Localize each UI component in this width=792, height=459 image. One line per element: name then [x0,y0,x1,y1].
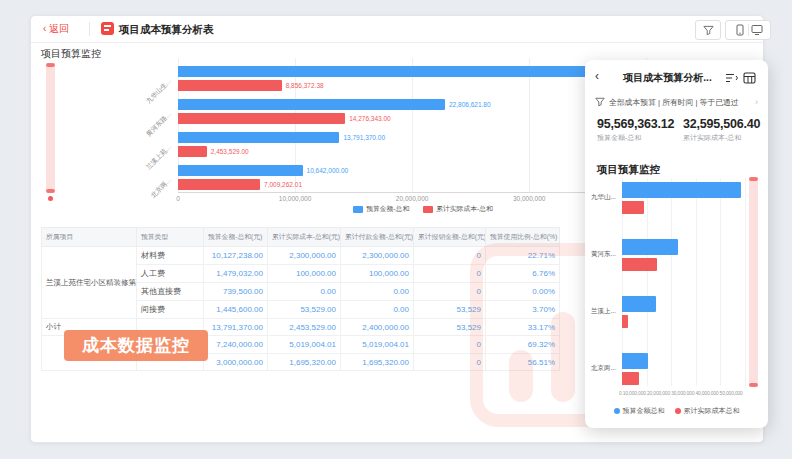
bar-actual[interactable] [178,146,207,157]
brush-handle-top[interactable] [749,177,758,181]
y-axis-brush[interactable] [46,64,55,192]
category-label: 黄河东... [591,250,621,259]
chart-legend: 预算金额总和累计实际成本总和 [585,406,768,416]
value-cell: 0.00 [268,283,341,301]
value-cell: 100,000.00 [341,265,414,283]
value-cell: 0.00 [341,283,414,301]
bar-budget[interactable] [178,99,445,110]
filter-button[interactable] [695,20,721,40]
legend-dot [614,408,620,414]
funnel-icon [703,25,714,36]
mobile-preview-icon[interactable] [732,24,748,36]
gridline [745,178,746,386]
value-cell: 53,529 [414,319,486,336]
bar-actual[interactable] [622,372,639,385]
budget-type-cell: 间接费 [137,301,204,319]
table-header-cell: 累计实际成本-总和(元) [268,228,341,247]
category-label: 九华山... [591,193,621,202]
value-cell: 13,791,370.00 [204,319,268,336]
table-row: 兰溪上苑住宅小区精装修第...材料费10,127,238.002,300,000… [42,247,560,265]
panel-chart: 九华山...黄河东...兰溪上...北京两...0 10,000,000 20,… [585,60,768,428]
brush-handle-top[interactable] [46,63,55,67]
value-cell: 3,000,000.00 [204,354,268,371]
mobile-preview-panel: ‹ 项目成本预算分析... 全部成本预算 | 所有时间 | 等于已通过 › 95… [585,60,768,428]
value-cell: 7,240,000.00 [204,336,268,354]
tour-label: 成本数据监控 [64,330,208,361]
table-header-cell: 预算金额-总和(元) [204,228,268,247]
value-cell: 0 [414,283,486,301]
value-cell: 1,445,600.00 [204,301,268,319]
back-label: 返回 [49,23,69,34]
back-link[interactable]: ‹ 返回 [43,22,69,36]
bar-actual[interactable] [178,113,345,124]
table-header-cell: 所属项目 [42,228,137,247]
value-cell: 0.00% [486,283,560,301]
form-icon [101,22,114,35]
value-cell: 3.70% [486,301,560,319]
value-cell: 100,000.00 [268,265,341,283]
bar-budget[interactable] [622,353,648,369]
category-label: 北京两... [591,364,621,373]
value-cell: 56.51% [486,354,560,371]
legend-item: 累计实际成本总和 [675,406,740,416]
table-header-row: 所属项目预算类型预算金额-总和(元)累计实际成本-总和(元)累计付款金额-总和(… [42,228,560,247]
value-cell: 0.00 [341,301,414,319]
value-cell: 53,529 [414,301,486,319]
budget-type-cell: 材料费 [137,247,204,265]
bar-budget[interactable] [178,165,303,176]
desktop-preview-icon[interactable] [749,24,765,36]
device-toggle-group [725,20,771,40]
value-cell: 22.71% [486,247,560,265]
value-cell: 2,400,000.00 [341,319,414,336]
bar-actual[interactable] [622,258,657,271]
value-cell: 1,479,032.00 [204,265,268,283]
topbar: ‹ 返回 项目成本预算分析表 [31,16,763,43]
value-cell: 2,300,000.00 [268,247,341,265]
value-cell: 53,529.00 [268,301,341,319]
page-title: 项目成本预算分析表 [119,23,214,37]
table-header-cell: 累计付款金额-总和(元) [341,228,414,247]
value-cell: 5,019,004.01 [341,336,414,354]
brush-handle-bottom[interactable] [46,189,55,193]
value-cell: 0 [414,265,486,283]
bar-budget[interactable] [622,182,741,198]
value-cell: 1,695,320.00 [341,354,414,371]
section-title: 项目预算监控 [41,47,101,61]
value-cell: 739,500.00 [204,283,268,301]
project-cell: 兰溪上苑住宅小区精装修第... [42,247,137,319]
value-cell: 2,453,529.00 [268,319,341,336]
bar-actual[interactable] [178,179,260,190]
table-header-cell: 预算使用比例-总和(%) [486,228,560,247]
legend-dot [675,408,681,414]
value-cell: 2,300,000.00 [341,247,414,265]
category-label: 兰溪上... [591,307,621,316]
value-cell: 0 [414,354,486,371]
value-cell: 1,695,320.00 [268,354,341,371]
brush-handle-bottom[interactable] [749,383,758,387]
topbar-divider [89,22,90,36]
y-axis-brush[interactable] [749,178,758,386]
budget-type-cell: 人工费 [137,265,204,283]
bar-budget[interactable] [622,239,678,255]
value-cell: 6.76% [486,265,560,283]
budget-type-cell: 其他直接费 [137,283,204,301]
value-cell: 33.17% [486,319,560,336]
gridline [720,178,721,386]
bar-budget[interactable] [178,132,339,143]
value-cell: 0 [414,247,486,265]
x-axis-labels: 0 10,000,000 20,000,000 30,000,000 40,00… [619,390,743,396]
table-header-cell: 预算类型 [137,228,204,247]
value-cell: 69.32% [486,336,560,354]
bar-actual[interactable] [622,201,644,214]
value-cell: 10,127,238.00 [204,247,268,265]
value-cell: 0 [414,336,486,354]
legend-label: 预算金额总和 [623,406,665,416]
gridline [671,178,672,386]
bar-actual[interactable] [622,315,628,328]
bar-budget[interactable] [622,296,656,312]
bar-actual[interactable] [178,80,282,91]
gridline [696,178,697,386]
table-header-cell: 累计报销金额-总和(元) [414,228,486,247]
value-cell: 5,019,004.01 [268,336,341,354]
legend-item: 预算金额总和 [614,406,665,416]
